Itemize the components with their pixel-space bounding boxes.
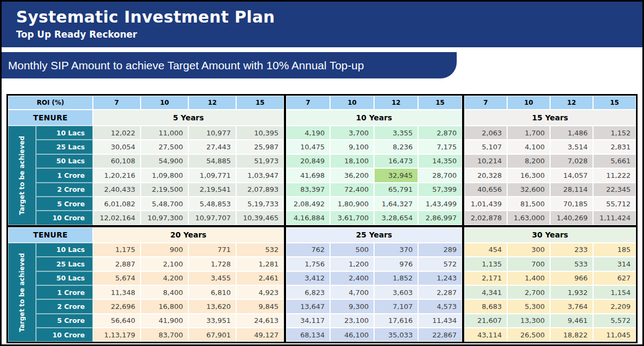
- data-cell: 771: [188, 243, 236, 257]
- data-cell: 966: [550, 271, 593, 285]
- target-label-cell: 1 Crore: [36, 168, 93, 182]
- data-cell: 7,175: [418, 140, 462, 154]
- data-cell: 5,674: [93, 271, 141, 285]
- data-cell: 1,932: [550, 285, 593, 299]
- data-cell: 314: [593, 257, 636, 271]
- data-cell: 56,640: [93, 314, 141, 328]
- data-cell: 30,054: [93, 140, 141, 154]
- data-cell: 300: [507, 243, 550, 257]
- data-cell: 1,01,439: [464, 197, 507, 211]
- roi-value-cell: 12: [188, 96, 236, 110]
- data-cell: 4,923: [236, 285, 284, 299]
- data-cell: 4,700: [330, 285, 374, 299]
- roi-value-cell: 10: [330, 96, 374, 110]
- data-cell: 533: [550, 257, 593, 271]
- data-cell: 2,870: [418, 126, 462, 140]
- data-cell: 8,200: [507, 154, 550, 168]
- data-cell: 2,08,492: [286, 197, 330, 211]
- data-cell: 532: [236, 243, 284, 257]
- roi-value-cell: 12: [550, 96, 593, 110]
- target-label-cell: 5 Crore: [36, 314, 93, 328]
- data-cell: 9,100: [330, 140, 374, 154]
- data-cell: 5,572: [593, 314, 636, 328]
- data-cell: 762: [286, 243, 330, 257]
- data-cell: 8,683: [464, 299, 507, 313]
- data-cell: 1,756: [286, 257, 330, 271]
- data-cell: 40,656: [464, 183, 507, 197]
- target-label-cell: 10 Lacs: [36, 243, 93, 257]
- target-label-cell: 10 Crore: [36, 211, 93, 225]
- roi-value-cell: 7: [286, 96, 330, 110]
- data-cell: 1,700: [507, 126, 550, 140]
- data-cell: 68,134: [286, 328, 330, 342]
- data-cell: 34,117: [286, 314, 330, 328]
- data-cell: 1,09,800: [141, 168, 188, 182]
- tenure-group-header: 5 Years: [93, 110, 284, 126]
- target-label-cell: 2 Crore: [36, 299, 93, 313]
- data-cell: 1,13,179: [93, 328, 141, 342]
- roi-value-cell: 10: [141, 96, 188, 110]
- data-cell: 3,61,700: [330, 211, 374, 225]
- data-cell: 6,810: [188, 285, 236, 299]
- data-cell: 2,100: [141, 257, 188, 271]
- data-cell: 11,000: [141, 126, 188, 140]
- data-cell: 16,800: [141, 299, 188, 313]
- data-cell: 2,287: [418, 285, 462, 299]
- data-cell: 23,100: [330, 314, 374, 328]
- data-cell: 4,16,884: [286, 211, 330, 225]
- data-cell: 81,500: [507, 197, 550, 211]
- data-cell: 8,400: [141, 285, 188, 299]
- data-cell: 11,222: [593, 168, 636, 182]
- data-cell: 1,135: [464, 257, 507, 271]
- target-axis-label: Target to be achieved: [8, 243, 36, 342]
- target-label-cell: 50 Lacs: [36, 154, 93, 168]
- data-cell: 24,613: [236, 314, 284, 328]
- data-cell: 28,700: [418, 168, 462, 182]
- data-cell: 2,209: [593, 299, 636, 313]
- header-divider: [2, 47, 642, 52]
- section-banner-text: Monthly SIP Amount to achieve Target Amo…: [8, 59, 364, 72]
- data-cell: 3,28,654: [374, 211, 418, 225]
- data-cell: 7,028: [550, 154, 593, 168]
- data-cell: 49,127: [236, 328, 284, 342]
- data-cell: 500: [330, 243, 374, 257]
- data-cell: 900: [141, 243, 188, 257]
- data-cell: 2,887: [93, 257, 141, 271]
- data-cell: 2,700: [507, 285, 550, 299]
- section-banner: Monthly SIP Amount to achieve Target Amo…: [2, 52, 457, 78]
- page-title: Systematic Investment Plan: [16, 8, 642, 26]
- target-label-cell: 25 Lacs: [36, 257, 93, 271]
- data-cell: 572: [418, 257, 462, 271]
- data-cell: 9,845: [236, 299, 284, 313]
- data-cell: 2,40,433: [93, 183, 141, 197]
- table-area: ROI (%)710121571012157101215TENURETarget…: [6, 94, 642, 343]
- data-cell: 27,500: [141, 140, 188, 154]
- data-cell: 1,64,327: [374, 197, 418, 211]
- data-cell: 2,831: [593, 140, 636, 154]
- data-cell: 33,951: [188, 314, 236, 328]
- data-cell: 1,400: [507, 271, 550, 285]
- data-cell: 976: [374, 257, 418, 271]
- data-cell: 3,603: [374, 285, 418, 299]
- data-cell: 67,901: [188, 328, 236, 342]
- data-cell: 10,39,465: [236, 211, 284, 225]
- data-cell: 20,328: [464, 168, 507, 182]
- data-cell: 22,696: [93, 299, 141, 313]
- data-cell: 9,300: [330, 299, 374, 313]
- data-cell: 6,01,082: [93, 197, 141, 211]
- data-cell: 233: [550, 243, 593, 257]
- data-cell: 5,661: [593, 154, 636, 168]
- data-cell: 83,397: [286, 183, 330, 197]
- data-cell: 1,486: [550, 126, 593, 140]
- data-cell: 32,600: [507, 183, 550, 197]
- data-cell: 21,607: [464, 314, 507, 328]
- data-cell: 10,97,707: [188, 211, 236, 225]
- data-cell: 83,700: [141, 328, 188, 342]
- data-cell: 11,434: [418, 314, 462, 328]
- data-cell: 16,473: [374, 154, 418, 168]
- target-label-cell: 10 Lacs: [36, 126, 93, 140]
- page-subtitle: Top Up Ready Reckoner: [16, 29, 642, 40]
- data-cell: 10,214: [464, 154, 507, 168]
- tenure-group-header: 25 Years: [286, 227, 462, 243]
- data-cell: 1,243: [418, 271, 462, 285]
